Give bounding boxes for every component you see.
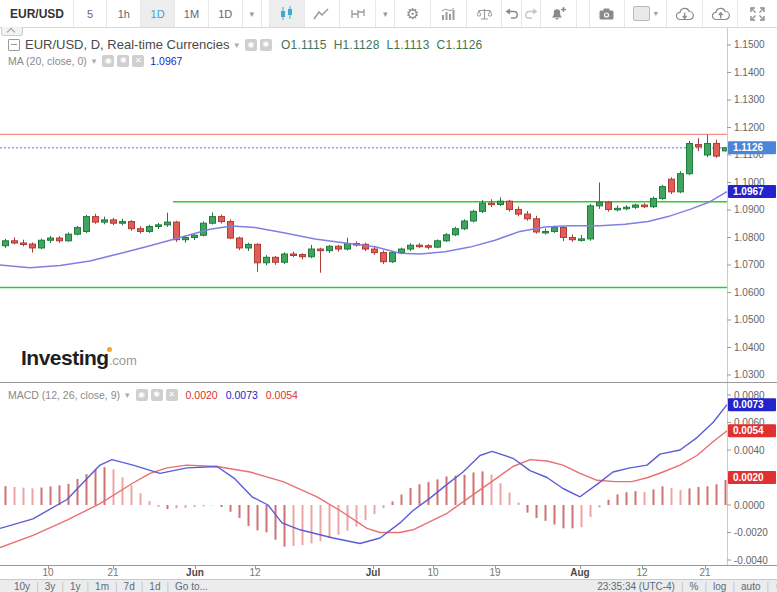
candle-up[interactable] [588,206,594,239]
candle-up[interactable] [633,205,639,207]
style-dropdown-caret[interactable]: ▾ [376,0,395,27]
undo-button[interactable] [502,0,521,27]
candle-up[interactable] [435,241,441,247]
candle-down[interactable] [561,228,567,238]
candle-up[interactable] [624,207,630,209]
candle-down[interactable] [255,244,261,262]
candle-up[interactable] [408,245,414,249]
fullscreen-button[interactable] [738,0,777,27]
candle-down[interactable] [606,202,612,209]
percent-scale-button[interactable]: % [690,581,699,592]
candle-down[interactable] [426,246,432,248]
candle-up[interactable] [183,237,189,239]
candle-down[interactable] [696,145,702,147]
indicators-button[interactable] [431,0,467,27]
time-axis[interactable]: 1021Jun12Jul1019Aug1221 [0,565,777,579]
price-chart[interactable]: 1.15001.14001.13001.12001.11001.10001.09… [0,28,777,383]
candle-up[interactable] [102,220,108,222]
symbol-button[interactable]: EUR/USD [0,0,74,27]
candle-up[interactable] [660,187,666,199]
interval-1d2-button[interactable]: 1D [209,0,243,27]
candle-up[interactable] [48,238,54,240]
chevron-down-icon[interactable]: ▾ [125,390,130,400]
candle-up[interactable] [651,198,657,206]
candle-up[interactable] [390,253,396,262]
candle-down[interactable] [507,201,513,209]
candle-up[interactable] [462,221,468,229]
auto-scale-button[interactable]: auto [741,581,760,592]
candle-down[interactable] [129,222,135,229]
candle-up[interactable] [552,228,558,232]
candle-down[interactable] [714,143,720,156]
screenshot-button[interactable] [589,0,625,27]
candle-up[interactable] [579,239,585,241]
candle-up[interactable] [345,244,351,250]
gear-icon[interactable]: ✱ [260,39,272,51]
gear-icon[interactable]: ✱ [151,389,163,401]
candle-up[interactable] [327,246,333,250]
candle-down[interactable] [516,209,522,214]
candle-up[interactable] [480,203,486,211]
add-alert-button[interactable] [541,0,577,27]
candle-up[interactable] [705,143,711,155]
candle-up[interactable] [39,240,45,248]
save-chart-button[interactable] [703,0,739,27]
candle-up[interactable] [210,217,216,224]
candle-up[interactable] [678,174,684,192]
candle-up[interactable] [543,231,549,233]
step-style-button[interactable] [340,0,376,27]
candle-down[interactable] [642,205,648,207]
candle-down[interactable] [111,220,117,223]
candle-up[interactable] [75,228,81,235]
candle-up[interactable] [84,217,90,232]
candle-up[interactable] [498,201,504,204]
candle-down[interactable] [273,257,279,262]
load-chart-button[interactable] [667,0,703,27]
candle-down[interactable] [30,244,36,248]
candle-up[interactable] [399,249,405,253]
candle-down[interactable] [534,219,540,232]
candle-up[interactable] [246,244,252,248]
candle-down[interactable] [318,249,324,251]
candle-up[interactable] [309,249,315,257]
gear-icon[interactable]: ✱ [117,55,129,67]
candle-down[interactable] [21,243,27,245]
candle-down[interactable] [372,249,378,253]
range-1y-button[interactable]: 1y [70,581,81,592]
eye-icon[interactable]: ◉ [136,389,148,401]
candle-up[interactable] [192,235,198,237]
interval-dropdown-caret[interactable]: ▾ [243,0,262,27]
candle-up[interactable] [66,234,72,241]
interval-1d-button[interactable]: 1D [141,0,175,27]
candle-down[interactable] [525,214,531,219]
candle-down[interactable] [237,238,243,248]
candle-up[interactable] [3,241,9,246]
candle-down[interactable] [174,222,180,240]
candle-up[interactable] [165,222,171,225]
candle-down[interactable] [12,241,18,243]
candle-up[interactable] [156,225,162,227]
candle-down[interactable] [138,229,144,232]
goto-date-button[interactable]: Go to... [175,581,208,592]
range-7d-button[interactable]: 7d [124,581,135,592]
range-10y-button[interactable]: 10y [14,581,30,592]
interval-5-button[interactable]: 5 [74,0,108,27]
settings-button[interactable]: ⚙ [395,0,431,27]
range-1d-button[interactable]: 1d [149,581,160,592]
candle-down[interactable] [228,222,234,239]
interval-1h-button[interactable]: 1h [107,0,141,27]
candle-down[interactable] [669,179,675,192]
candle-down[interactable] [93,217,99,223]
log-scale-button[interactable]: log [713,581,726,592]
drawing-toolbar-collapse-tab[interactable] [1,27,23,36]
candle-down[interactable] [57,238,63,241]
candle-down[interactable] [570,237,576,239]
candle-up[interactable] [471,211,477,221]
line-style-button[interactable] [305,0,341,27]
interval-1m-button[interactable]: 1M [175,0,209,27]
compare-button[interactable] [467,0,503,27]
candle-down[interactable] [489,203,495,205]
macd-chart[interactable]: 0.00800.00600.00400.0000-0.0020-0.00400.… [0,383,777,565]
eye-icon[interactable]: ◉ [245,39,257,51]
close-icon[interactable]: ✕ [166,389,178,401]
